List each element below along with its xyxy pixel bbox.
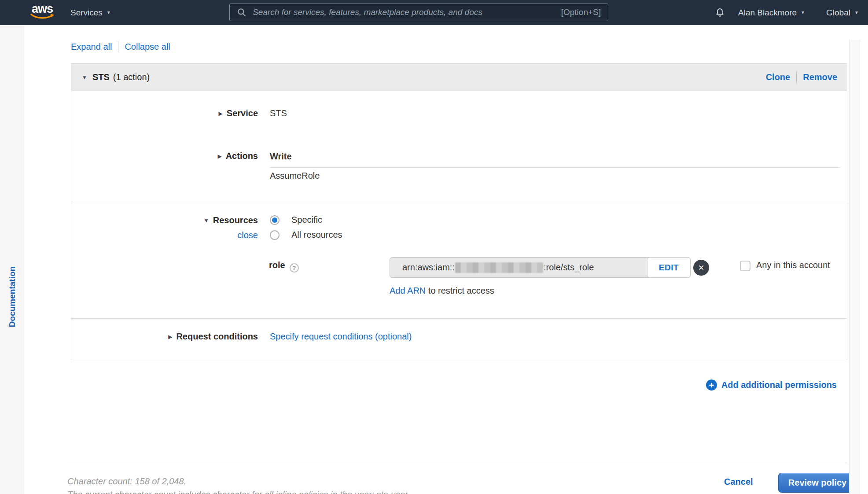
role-label-row: role?	[269, 260, 299, 273]
service-label: Service	[227, 108, 258, 118]
expand-collapse-toolbar: Expand all Collapse all	[71, 41, 170, 52]
any-account-label[interactable]: Any in this account	[756, 260, 830, 270]
role-label: role	[269, 260, 285, 270]
resources-close-link[interactable]: close	[237, 230, 258, 240]
request-conditions-label-row[interactable]: ▶ Request conditions	[71, 332, 258, 342]
collapse-caret-icon[interactable]: ▼	[82, 74, 87, 81]
arn-suffix: :role/sts_role	[544, 262, 594, 273]
arn-prefix: arn:aws:iam::	[402, 262, 455, 273]
block-title: STS	[92, 72, 110, 82]
collapse-caret-icon[interactable]: ▼	[204, 218, 209, 224]
left-rail: Documentation	[0, 25, 24, 494]
service-label-row[interactable]: ▶ Service	[71, 108, 258, 118]
radio-all-resources-label[interactable]: All resources	[291, 230, 342, 240]
actions-label-row[interactable]: ▶ Actions	[71, 151, 258, 161]
aws-console-page: aws Services ▼ [Option+S] Alan Blackmo	[0, 0, 868, 494]
section-divider	[71, 318, 847, 319]
expand-caret-icon[interactable]: ▶	[168, 334, 172, 340]
any-account-checkbox[interactable]	[740, 261, 750, 271]
radio-all-resources[interactable]	[270, 230, 280, 240]
block-action-count: (1 action)	[113, 72, 150, 82]
expand-caret-icon[interactable]: ▶	[219, 111, 223, 117]
radio-specific[interactable]	[270, 215, 280, 225]
character-count-note: The current character count includes cha…	[67, 490, 408, 494]
character-count: Character count: 158 of 2,048.	[67, 476, 186, 487]
top-nav-bar: aws Services ▼ [Option+S] Alan Blackmo	[0, 0, 868, 25]
chevron-down-icon: ▼	[107, 10, 111, 15]
permission-block-header[interactable]: ▼ STS (1 action) Clone Remove	[71, 64, 847, 91]
resources-label: Resources	[213, 215, 258, 225]
add-arn-rest: to restrict access	[428, 286, 494, 295]
plus-icon: +	[706, 380, 717, 391]
remove-link[interactable]: Remove	[803, 72, 837, 82]
arn-account-redacted	[455, 262, 543, 273]
services-menu[interactable]: Services ▼	[70, 0, 111, 25]
bell-icon	[714, 7, 726, 18]
footer-divider	[67, 462, 847, 462]
clone-link[interactable]: Clone	[766, 72, 791, 82]
request-conditions-label: Request conditions	[176, 332, 258, 342]
add-arn-link[interactable]: Add ARN	[390, 286, 426, 295]
role-arn-field[interactable]: arn:aws:iam:::role/sts_role EDIT	[390, 257, 691, 278]
resources-label-row[interactable]: ▼ Resources	[71, 215, 258, 225]
expand-caret-icon[interactable]: ▶	[217, 153, 221, 159]
actions-group-heading: Write	[270, 151, 292, 162]
divider	[796, 72, 797, 83]
documentation-tab[interactable]: Documentation	[7, 266, 17, 327]
action-item: AssumeRole	[270, 171, 320, 181]
divider	[118, 41, 118, 52]
aws-logo[interactable]: aws	[26, 3, 58, 20]
help-icon[interactable]: ?	[290, 263, 299, 273]
add-permissions-label: Add additional permissions	[721, 380, 837, 390]
permission-block-sts: ▼ STS (1 action) Clone Remove ▶ Service …	[71, 63, 847, 360]
remove-arn-icon[interactable]: ✕	[693, 260, 709, 276]
search-input[interactable]	[252, 7, 556, 18]
vertical-scrollbar[interactable]	[849, 40, 860, 494]
add-additional-permissions[interactable]: + Add additional permissions	[706, 380, 837, 391]
section-divider	[71, 201, 847, 201]
actions-label: Actions	[226, 151, 258, 161]
radio-specific-label[interactable]: Specific	[291, 215, 322, 225]
search-icon	[237, 7, 246, 17]
services-label: Services	[70, 8, 103, 18]
expand-all-link[interactable]: Expand all	[71, 42, 112, 52]
notifications-button[interactable]	[714, 0, 726, 25]
region-menu[interactable]: Global ▼	[826, 0, 859, 25]
specify-conditions-link[interactable]: Specify request conditions (optional)	[270, 332, 412, 341]
add-arn-row: Add ARN to restrict access	[390, 286, 494, 296]
search-shortcut-hint: [Option+S]	[561, 7, 601, 17]
edit-arn-button[interactable]: EDIT	[647, 257, 691, 278]
service-value: STS	[270, 108, 287, 118]
region-label: Global	[826, 8, 850, 18]
chevron-down-icon: ▼	[854, 10, 859, 15]
review-policy-button[interactable]: Review policy	[778, 473, 857, 493]
chevron-down-icon: ▼	[801, 10, 805, 15]
account-menu[interactable]: Alan Blackmore ▼	[738, 0, 805, 25]
global-search[interactable]: [Option+S]	[229, 4, 608, 21]
cancel-button[interactable]: Cancel	[724, 477, 753, 487]
collapse-all-link[interactable]: Collapse all	[125, 42, 170, 52]
actions-group-rule	[270, 167, 840, 168]
account-name: Alan Blackmore	[738, 8, 797, 18]
